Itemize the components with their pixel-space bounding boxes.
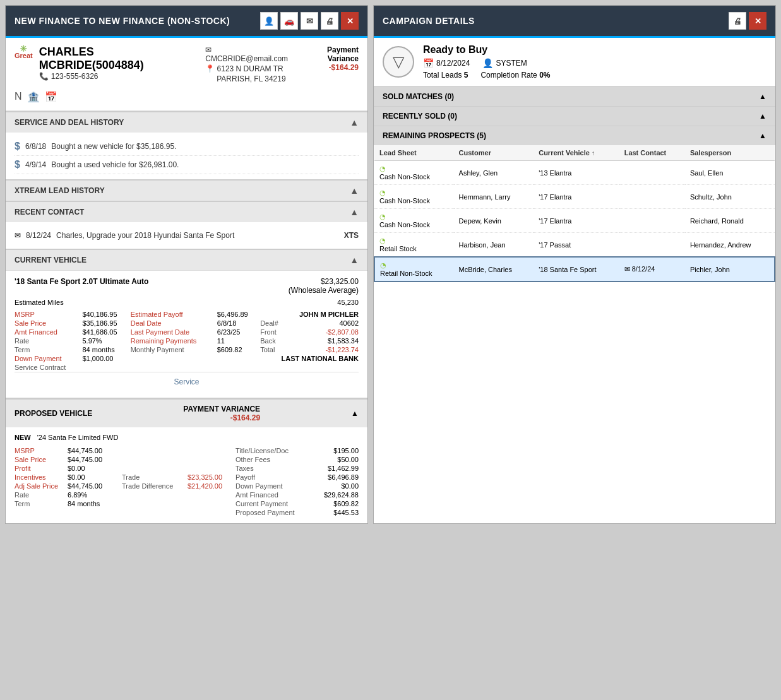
letter-icon-button[interactable]: ✉ (301, 12, 318, 30)
row2-last-contact (619, 185, 685, 209)
prospect-row-1[interactable]: ◔ Cash Non-Stock Ashley, Glen '13 Elantr… (374, 161, 775, 185)
campaign-date: 8/12/2024 (436, 59, 470, 68)
customer-name: CHARLES MCBRIDE(5004884) (39, 45, 199, 72)
xtream-lead-history-header[interactable]: XTREAM LEAD HISTORY ▲ (6, 180, 367, 201)
proposed-vehicle-title: PROPOSED VEHICLE (15, 409, 92, 418)
p-msrp-label: MSRP (15, 446, 65, 455)
address-line2-row: PARRISH, FL 34219 (205, 74, 295, 83)
row5-lead-type: Retail Non-Stock (380, 270, 449, 277)
p-empty10 (185, 499, 235, 508)
current-vehicle-content: '18 Santa Fe Sport 2.0T Ultimate Auto $2… (6, 270, 367, 398)
recently-sold-header[interactable]: RECENTLY SOLD (0) ▲ (374, 107, 775, 126)
p-taxes-value: $1,462.99 (313, 464, 359, 473)
person-icon-button[interactable]: 👤 (260, 12, 278, 30)
xtream-lead-history-arrow: ▲ (350, 186, 359, 196)
calendar-icon: 📅 (45, 91, 57, 103)
sold-matches-header[interactable]: SOLD MATCHES (0) ▲ (374, 87, 775, 106)
recent-contact-header[interactable]: RECENT CONTACT ▲ (6, 201, 367, 222)
p-empty7 (122, 490, 185, 499)
right-print-button[interactable]: 🖨 (729, 12, 746, 30)
rating-label: Great (15, 52, 33, 59)
recent-contact-title: RECENT CONTACT (15, 208, 84, 217)
xtream-lead-history-title: XTREAM LEAD HISTORY (15, 186, 105, 195)
deal-date-2: 4/9/14 (25, 160, 46, 169)
p-sale-label: Sale Price (15, 455, 65, 464)
row3-last-contact (619, 209, 685, 233)
row5-lead-sheet-cell: ◔ Retail Non-Stock (380, 261, 449, 277)
person-icon: 👤 (482, 58, 493, 68)
sale-price-row: Sale Price $35,186.95 Deal Date 6/8/18 D… (15, 319, 359, 328)
bank-name: LAST NATIONAL BANK (260, 354, 359, 363)
print-icon-button[interactable]: 🖨 (321, 12, 338, 30)
row4-last-contact (619, 233, 685, 258)
proposed-variance-amount: -$164.29 (183, 413, 260, 422)
payment-variance-header: Payment Variance -$164.29 (295, 45, 359, 72)
remaining-prospects-header[interactable]: REMAINING PROSPECTS (5) ▲ (374, 126, 775, 145)
service-deal-history-header[interactable]: SERVICE AND DEAL HISTORY ▲ (6, 112, 367, 133)
dollar-icon-1: $ (15, 141, 20, 152)
current-vehicle-title: CURRENT VEHICLE (15, 256, 86, 264)
service-deal-history-arrow: ▲ (350, 117, 359, 128)
proposed-type: NEW (15, 434, 31, 441)
row4-customer: Harbison, Jean (454, 233, 534, 258)
col-current-vehicle: Current Vehicle ↑ (534, 145, 619, 161)
close-right-button[interactable]: ✕ (749, 12, 766, 30)
p-empty8 (185, 490, 235, 499)
prospect-row-5[interactable]: ◔ Retail Non-Stock McBride, Charles '18 … (374, 257, 775, 282)
empty-cell (131, 354, 260, 363)
proposed-vehicle-content: NEW '24 Santa Fe Limited FWD MSRP $44,74… (6, 427, 367, 523)
proposed-vehicle-header[interactable]: PROPOSED VEHICLE PAYMENT VARIANCE -$164.… (6, 398, 367, 427)
campaign-date-item: 📅 8/12/2024 (423, 58, 470, 68)
remaining-pay-label: Remaining Payments (131, 336, 215, 345)
p-taxes-label: Taxes (235, 464, 313, 473)
current-vehicle-header[interactable]: CURRENT VEHICLE ▲ (6, 249, 367, 270)
remaining-prospects-content: Lead Sheet Customer Current Vehicle ↑ La… (374, 145, 775, 282)
proposed-vehicle-name-row: NEW '24 Santa Fe Limited FWD (15, 434, 359, 441)
deal-desc-2: Bought a used vehicle for $26,981.00. (51, 160, 179, 169)
row2-customer: Hemmann, Larry (454, 185, 534, 209)
n-label: N (15, 91, 22, 103)
est-miles-value: 45,230 (337, 299, 359, 306)
p-empty4 (185, 455, 235, 464)
p-fees-label: Other Fees (235, 455, 313, 464)
prospect-row-3[interactable]: ◔ Cash Non-Stock Depew, Kevin '17 Elantr… (374, 209, 775, 233)
row1-customer: Ashley, Glen (454, 161, 534, 185)
contact-envelope-icon: ✉ (15, 231, 21, 240)
vehicle-price: $23,325.00 (Wholesale Average) (289, 277, 359, 295)
row2-lead-type: Cash Non-Stock (379, 197, 449, 205)
front-label: Front (260, 328, 295, 336)
p-payoff-value: $6,496.89 (313, 473, 359, 482)
payment-variance-amount: -$164.29 (295, 63, 359, 72)
prospect-row-2[interactable]: ◔ Cash Non-Stock Hemmann, Larry '17 Elan… (374, 185, 775, 209)
car-icon-button[interactable]: 🚗 (280, 12, 298, 30)
contact-date: 8/12/24 (26, 231, 51, 240)
row1-vehicle: '13 Elantra (534, 161, 619, 185)
close-left-button[interactable]: ✕ (341, 12, 359, 30)
term-row: Term 84 months Monthly Payment $609.82 T… (15, 345, 359, 354)
payment-variance-label: Payment Variance (295, 45, 359, 63)
p-adj-sale-value: $44,745.00 (65, 482, 122, 490)
row5-vehicle: '18 Santa Fe Sport (534, 257, 619, 282)
current-vehicle-section: CURRENT VEHICLE ▲ '18 Santa Fe Sport 2.0… (6, 249, 367, 398)
row2-salesperson: Schultz, John (685, 185, 775, 209)
proposed-variance: PAYMENT VARIANCE -$164.29 (183, 405, 260, 422)
prospect-row-4[interactable]: ◔ Retail Stock Harbison, Jean '17 Passat… (374, 233, 775, 258)
back-value: $1,583.34 (295, 336, 359, 345)
p-fees-value: $50.00 (313, 455, 359, 464)
p-title-label: Title/License/Doc (235, 446, 313, 455)
deal-row-1: $ 6/8/18 Bought a new vehicle for $35,18… (15, 138, 359, 156)
proposed-sale-price-row: Sale Price $44,745.00 Other Fees $50.00 (15, 455, 359, 464)
row3-customer: Depew, Kevin (454, 209, 534, 233)
p-msrp-value: $44,745.00 (65, 446, 122, 455)
row2-vehicle: '17 Elantra (534, 185, 619, 209)
current-vehicle-arrow: ▲ (350, 255, 359, 265)
service-link[interactable]: Service (15, 372, 359, 391)
campaign-meta: 📅 8/12/2024 👤 SYSTEM (423, 58, 550, 68)
recent-contact-content: ✉ 8/12/24 Charles, Upgrade your 2018 Hyu… (6, 222, 367, 249)
p-term-label: Term (15, 499, 65, 508)
col-last-contact: Last Contact (619, 145, 685, 161)
p-payoff-label: Payoff (235, 473, 313, 482)
right-header-actions: 🖨 ✕ (729, 12, 766, 30)
p-title-value: $195.00 (313, 446, 359, 455)
term-value: 84 months (80, 345, 130, 354)
